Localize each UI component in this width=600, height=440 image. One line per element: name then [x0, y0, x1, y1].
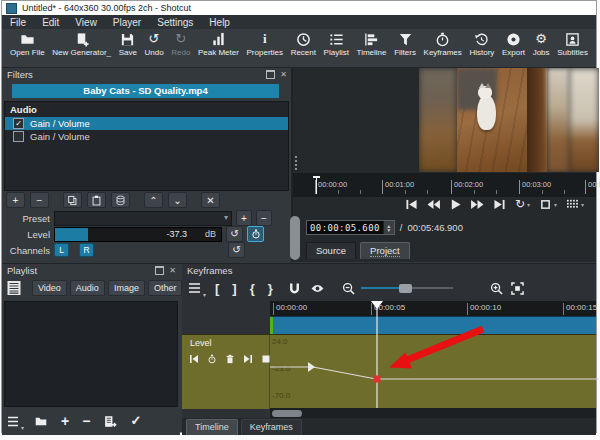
save-preset-button[interactable]: +	[236, 210, 252, 226]
move-filter-down-button[interactable]: ⌄	[168, 192, 187, 208]
channels-reset-button[interactable]: ↺	[228, 242, 245, 258]
set-first-simple-keyframe-button[interactable]: {	[250, 281, 255, 296]
close-panel-icon[interactable]: ✕	[169, 266, 176, 275]
subtitles-button[interactable]: Subtitles	[557, 32, 588, 57]
new-generator-button[interactable]: New Generator_	[52, 32, 111, 57]
set-filter-end-button[interactable]: ]	[232, 281, 236, 296]
save-button[interactable]: Save	[119, 32, 137, 57]
scrollbar-thumb[interactable]	[272, 410, 302, 417]
volume-slider[interactable]	[290, 216, 300, 260]
playlist-list-area[interactable]	[4, 301, 178, 407]
next-keyframe-button[interactable]	[243, 354, 253, 364]
playlist-filter-other[interactable]: Other	[148, 280, 183, 296]
keyframes-button[interactable]: Keyframes	[424, 32, 462, 57]
zoom-slider-handle[interactable]	[399, 284, 412, 293]
playlist-view-button[interactable]	[6, 280, 22, 296]
timeline-button[interactable]: Timeline	[357, 32, 387, 57]
playlist-add-button[interactable]: +	[61, 413, 69, 429]
peak-meter-button[interactable]: Peak Meter	[198, 32, 239, 57]
rewind-button[interactable]	[427, 199, 440, 210]
loop-button[interactable]: ↻▾	[515, 199, 530, 210]
playlist-button[interactable]: Playlist	[324, 32, 349, 57]
zoom-out-button[interactable]	[342, 282, 355, 295]
zoom-fit-button[interactable]	[511, 282, 524, 295]
deselect-filter-button[interactable]: ✕	[201, 192, 220, 208]
playlist-filter-video[interactable]: Video	[32, 280, 67, 296]
in-out-button[interactable]: ▾	[539, 199, 557, 210]
channel-right-button[interactable]: R	[79, 243, 94, 257]
delete-preset-button[interactable]: −	[256, 210, 272, 226]
filters-button[interactable]: Filters	[394, 32, 416, 57]
tab-source[interactable]: Source	[306, 242, 356, 259]
menu-view[interactable]: View	[67, 17, 105, 28]
channel-left-button[interactable]: L	[54, 243, 69, 257]
grid-button[interactable]: ▾	[566, 199, 584, 210]
previous-keyframe-button[interactable]	[189, 354, 199, 364]
stopwatch-icon[interactable]	[207, 354, 217, 364]
menu-player[interactable]: Player	[105, 17, 149, 28]
delete-keyframe-button[interactable]	[225, 354, 235, 364]
keyframes-h-scrollbar[interactable]	[270, 408, 596, 418]
keyframes-menu-button[interactable]: ▾	[188, 282, 202, 294]
level-slider[interactable]: -37.3 dB	[54, 227, 222, 242]
menu-edit[interactable]: Edit	[34, 17, 67, 28]
skip-to-end-button[interactable]	[493, 199, 506, 210]
keyframes-graph[interactable]: Level 24.0 -23.0 -70.0	[182, 334, 596, 409]
zoom-in-button[interactable]	[490, 282, 503, 295]
timecode-spinner[interactable]: ▲▼	[383, 221, 394, 234]
level-reset-button[interactable]: ↺	[226, 226, 243, 242]
hold-keyframe-button[interactable]	[261, 354, 271, 364]
set-filter-start-button[interactable]: [	[215, 281, 219, 296]
playlist-open-button[interactable]	[34, 415, 48, 428]
playlist-remove-button[interactable]: −	[82, 413, 90, 429]
playlist-filter-image[interactable]: Image	[108, 280, 145, 296]
float-panel-icon[interactable]	[266, 70, 275, 79]
tab-keyframes[interactable]: Keyframes	[241, 419, 302, 435]
undo-button[interactable]: ↺ Undo	[145, 32, 164, 57]
player-playhead[interactable]	[316, 176, 317, 194]
panel-splitter-vertical[interactable]	[295, 156, 300, 170]
add-filter-button[interactable]: +	[6, 192, 25, 208]
close-panel-icon[interactable]: ✕	[280, 70, 287, 79]
set-second-simple-keyframe-button[interactable]: }	[268, 281, 273, 296]
recent-button[interactable]: Recent	[291, 32, 316, 57]
snap-toggle[interactable]	[288, 282, 301, 295]
menu-settings[interactable]: Settings	[149, 17, 201, 28]
menu-file[interactable]: File	[2, 17, 34, 28]
tab-timeline[interactable]: Timeline	[186, 419, 238, 435]
remove-filter-button[interactable]: −	[30, 192, 49, 208]
filter-checkbox-checked[interactable]: ✓	[13, 118, 24, 129]
playlist-menu-button[interactable]: ▾	[7, 415, 21, 428]
level-keyframes-toggle[interactable]	[247, 226, 264, 242]
jobs-button[interactable]: ⚙ Jobs	[533, 32, 550, 57]
float-panel-icon[interactable]	[155, 266, 164, 275]
fast-forward-button[interactable]	[471, 199, 484, 210]
open-file-button[interactable]: Open File	[10, 32, 45, 57]
keyframes-zoom-slider[interactable]	[361, 284, 453, 293]
position-timecode-field[interactable]: 00:00:05.600 ▲▼	[306, 220, 395, 235]
copy-filters-button[interactable]	[63, 192, 82, 208]
position-timecode[interactable]: 00:00:05.600	[307, 221, 383, 234]
playlist-filter-audio[interactable]: Audio	[70, 280, 105, 296]
history-button[interactable]: History	[469, 32, 494, 57]
filter-checkbox-unchecked[interactable]	[13, 131, 24, 142]
skip-to-start-button[interactable]	[405, 199, 418, 210]
filter-row-gain-volume-1[interactable]: ✓ Gain / Volume	[5, 117, 288, 130]
save-filter-set-button[interactable]	[111, 192, 130, 208]
tab-project[interactable]: Project	[360, 242, 410, 259]
scrub-while-dragging-toggle[interactable]	[310, 283, 325, 294]
paste-filters-button[interactable]	[87, 192, 106, 208]
playlist-done-button[interactable]: ✓	[130, 413, 141, 429]
preset-combobox[interactable]: ▾	[54, 211, 232, 226]
properties-button[interactable]: i Properties	[247, 32, 283, 57]
playlist-update-button[interactable]	[103, 415, 117, 428]
export-button[interactable]: Export	[502, 32, 525, 57]
move-filter-up-button[interactable]: ⌃	[144, 192, 163, 208]
play-button[interactable]	[449, 199, 462, 210]
keyframes-clip-bar[interactable]	[270, 316, 596, 334]
keyframes-time-ruler[interactable]: 00:00:00 00:00:05 00:00:10 00:00:15	[270, 301, 596, 316]
menu-help[interactable]: Help	[201, 17, 238, 28]
redo-button[interactable]: ↻ Redo	[171, 32, 190, 57]
filter-row-gain-volume-2[interactable]: Gain / Volume	[5, 130, 288, 143]
player-time-ruler[interactable]: 00:00:00 00:01:00 00:02:00 00:03:00 00:0	[293, 173, 596, 197]
